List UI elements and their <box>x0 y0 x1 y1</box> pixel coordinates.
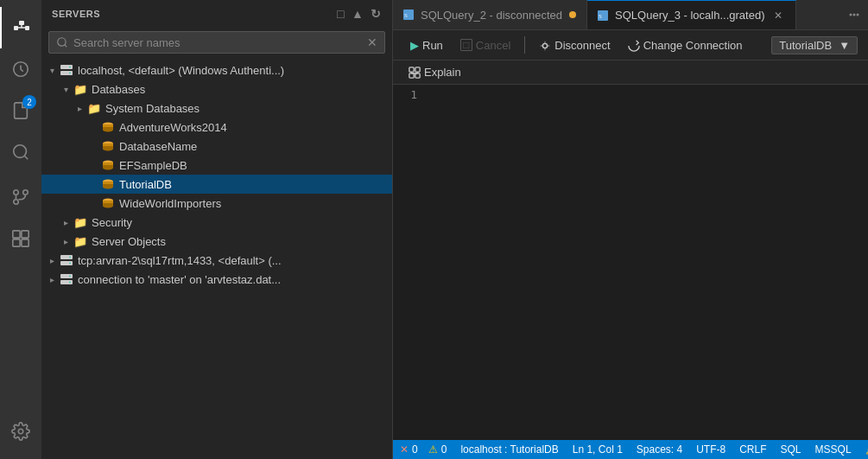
folder-icon-server-objects: 📁 <box>73 233 88 249</box>
editor-content[interactable] <box>428 85 868 440</box>
explain-icon <box>409 67 421 79</box>
label-connection-master: connection to 'master' on 'arvtestaz.dat… <box>78 273 281 286</box>
cancel-button[interactable]: □ Cancel <box>453 36 517 54</box>
explain-button[interactable]: Explain <box>403 64 466 80</box>
label-security: Security <box>92 216 132 229</box>
server-icon-localhost <box>59 62 74 78</box>
svg-rect-15 <box>22 239 29 246</box>
change-connection-button[interactable]: Change Connection <box>621 35 750 54</box>
label-tcp-server: tcp:arvran-2\sql17rtm,1433, <default> (.… <box>78 254 282 267</box>
line-number-1: 1 <box>393 88 417 101</box>
status-error-count: 0 <box>412 443 418 456</box>
svg-point-42 <box>857 14 859 16</box>
folder-icon-security: 📁 <box>73 214 88 230</box>
status-notification-icon[interactable]: 🔔 <box>865 443 868 456</box>
sidebar-item-settings[interactable] <box>0 411 41 452</box>
arrow-connection-master <box>45 275 59 284</box>
db-icon-adventureworks <box>100 119 116 135</box>
db-icon-wideworldimporters <box>100 195 116 211</box>
status-error-icon: ✕ <box>400 443 409 456</box>
label-system-databases: System Databases <box>105 102 200 115</box>
clear-search-icon[interactable]: ✕ <box>367 35 377 49</box>
sidebar-item-search[interactable] <box>0 131 41 173</box>
server-icon-tcp <box>59 252 74 268</box>
svg-text:S: S <box>599 13 602 20</box>
sidebar-item-extensions[interactable] <box>0 218 41 259</box>
arrow-security <box>59 218 73 227</box>
files-badge: 2 <box>22 95 36 109</box>
sidebar-item-git[interactable] <box>0 176 41 218</box>
svg-text:S: S <box>404 12 408 19</box>
tree-item-tutorialdb[interactable]: TutorialDB <box>41 175 392 194</box>
svg-point-40 <box>850 14 852 16</box>
db-icon-databasename <box>100 138 116 154</box>
sql-file-icon-3: S <box>598 10 608 21</box>
label-localhost: localhost, <default> (Windows Authenti..… <box>78 64 284 77</box>
status-position: Ln 1, Col 1 <box>573 443 623 456</box>
new-connection-icon[interactable]: □ <box>337 7 345 21</box>
sidebar-item-files[interactable]: 2 <box>0 90 41 131</box>
disconnect-icon <box>539 38 551 52</box>
svg-point-8 <box>14 190 19 195</box>
cancel-label: Cancel <box>476 39 510 52</box>
toolbar-separator-1 <box>524 36 525 54</box>
run-button[interactable]: ▶ Run <box>403 36 450 54</box>
tree-item-efsampledb[interactable]: EFSampleDB <box>41 156 392 175</box>
arrow-server-objects <box>59 237 73 246</box>
tab-close-sqlquery3[interactable]: ✕ <box>771 9 785 22</box>
status-warning-count: 0 <box>441 443 447 456</box>
label-wideworldimporters: WideWorldImporters <box>119 197 221 210</box>
add-server-icon[interactable]: ▲ <box>352 7 364 21</box>
svg-rect-1 <box>25 26 29 30</box>
svg-rect-45 <box>415 67 420 71</box>
sidebar-item-connections[interactable] <box>0 7 41 48</box>
sql-file-icon-2: S <box>403 10 414 20</box>
svg-point-34 <box>69 276 71 277</box>
svg-point-31 <box>69 263 71 265</box>
status-bar: ✕ 0 ⚠ 0 localhost : TutorialDB Ln 1, Col… <box>393 440 868 459</box>
db-selector[interactable]: TutorialDB ▼ <box>771 36 858 54</box>
tree-item-wideworldimporters[interactable]: WideWorldImporters <box>41 194 392 213</box>
label-tutorialdb: TutorialDB <box>119 178 172 191</box>
tree-item-localhost[interactable]: localhost, <default> (Windows Authenti..… <box>41 61 392 80</box>
svg-rect-47 <box>415 73 420 77</box>
tree-item-security[interactable]: 📁 Security <box>41 213 392 232</box>
line-numbers: 1 <box>393 85 428 440</box>
tab-sqlquery2[interactable]: S SQLQuery_2 - disconnected <box>393 0 587 29</box>
arrow-localhost <box>45 66 59 75</box>
tree-item-system-databases[interactable]: 📁 System Databases <box>41 99 392 118</box>
explain-label: Explain <box>424 66 461 79</box>
explain-bar: Explain <box>393 61 868 85</box>
status-db-type: MSSQL <box>815 443 852 456</box>
search-input[interactable] <box>73 36 362 49</box>
tree-item-databases[interactable]: 📁 Databases <box>41 80 392 99</box>
folder-icon-databases: 📁 <box>73 81 88 97</box>
toolbar: ▶ Run □ Cancel Disconnect Change Connect… <box>393 30 868 61</box>
status-connection[interactable]: localhost : TutorialDB <box>460 443 558 456</box>
tree-item-databasename[interactable]: DatabaseName <box>41 137 392 156</box>
label-adventureworks: AdventureWorks2014 <box>119 121 227 134</box>
tree-item-tcp-server[interactable]: tcp:arvran-2\sql17rtm,1433, <default> (.… <box>41 251 392 270</box>
tab-more-icon <box>847 8 861 22</box>
tree-item-connection-master[interactable]: connection to 'master' on 'arvtestaz.dat… <box>41 270 392 289</box>
sidebar-header: SERVERS □ ▲ ↻ <box>41 0 392 28</box>
label-server-objects: Server Objects <box>92 235 166 248</box>
sidebar-item-history[interactable] <box>0 48 41 90</box>
refresh-icon[interactable]: ↻ <box>371 7 382 21</box>
server-icon-master <box>59 271 74 287</box>
run-icon: ▶ <box>410 39 419 52</box>
tree-item-adventureworks[interactable]: AdventureWorks2014 <box>41 118 392 137</box>
change-connection-label: Change Connection <box>643 39 743 52</box>
status-spaces: Spaces: 4 <box>637 443 682 456</box>
folder-icon-system-databases: 📁 <box>86 100 102 116</box>
tab-sqlquery3[interactable]: S SQLQuery_3 - localh...grated) ✕ <box>587 0 796 29</box>
svg-point-9 <box>23 190 29 195</box>
db-icon-efsampledb <box>100 157 116 173</box>
svg-point-16 <box>18 429 23 434</box>
disconnect-button[interactable]: Disconnect <box>532 35 617 54</box>
label-efsampledb: EFSampleDB <box>119 159 187 172</box>
tab-more-button[interactable] <box>840 0 868 29</box>
svg-rect-13 <box>22 231 29 238</box>
svg-rect-12 <box>13 231 20 238</box>
tree-item-server-objects[interactable]: 📁 Server Objects <box>41 232 392 251</box>
